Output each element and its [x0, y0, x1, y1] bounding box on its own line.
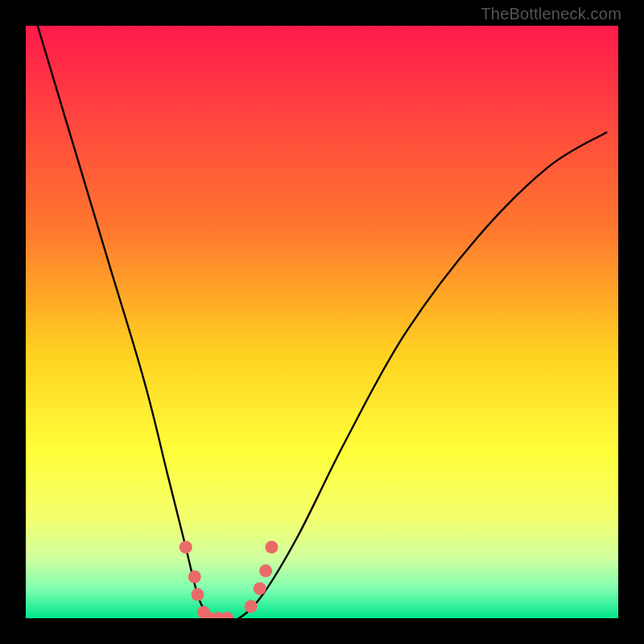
marker-dot — [180, 541, 192, 554]
gradient-background — [26, 26, 618, 618]
chart-frame: TheBottleneck.com — [0, 0, 644, 644]
chart-svg — [26, 26, 618, 618]
marker-dot — [245, 600, 258, 613]
marker-dot — [259, 564, 272, 577]
marker-dot — [188, 570, 201, 583]
watermark-text: TheBottleneck.com — [481, 5, 621, 23]
plot-area — [26, 26, 618, 618]
marker-dot — [265, 541, 278, 554]
marker-dot — [191, 588, 204, 601]
marker-dot — [254, 582, 266, 595]
